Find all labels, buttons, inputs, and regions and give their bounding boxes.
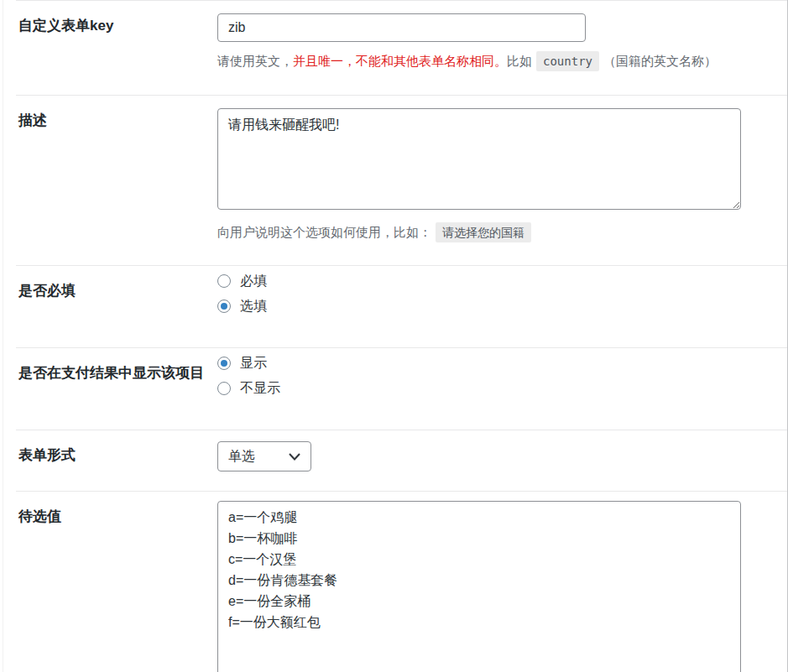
label-cell: 是否必填 xyxy=(16,266,217,347)
control-cell: 请用钱来砸醒我吧! 向用户说明这个选项如何使用，比如：请选择您的国籍 xyxy=(217,96,787,265)
radio-option-label: 显示 xyxy=(240,355,267,372)
field-description-desc: 向用户说明这个选项如何使用，比如：请选择您的国籍 xyxy=(217,221,787,243)
radio-option-optional[interactable]: 选填 xyxy=(217,294,787,319)
form-row-required: 是否必填 必填 选填 xyxy=(16,265,787,347)
form-row-key: 自定义表单key 请使用英文，并且唯一，不能和其他表单名称相同。比如countr… xyxy=(16,0,787,95)
radio-option-label: 不显示 xyxy=(240,380,280,398)
description-textarea[interactable]: 请用钱来砸醒我吧! xyxy=(217,108,741,210)
field-label-required: 是否必填 xyxy=(18,283,76,299)
field-label-description: 描述 xyxy=(18,112,47,128)
help-text-suffix: （国籍的英文名称） xyxy=(603,54,717,68)
select-value: 单选 xyxy=(228,448,289,466)
label-cell: 描述 xyxy=(16,96,217,265)
control-cell: 单选 xyxy=(217,430,787,491)
control-cell: 请使用英文，并且唯一，不能和其他表单名称相同。比如country（国籍的英文名称… xyxy=(217,1,787,95)
label-cell: 待选值 xyxy=(16,492,217,672)
help-text-prefix: 请使用英文， xyxy=(217,54,293,68)
custom-form-settings-panel: 自定义表单key 请使用英文，并且唯一，不能和其他表单名称相同。比如countr… xyxy=(3,0,788,672)
radio-option-label: 选填 xyxy=(240,298,267,315)
form-row-option-values: 待选值 a=一个鸡腿 b=一杯咖啡 c=一个汉堡 d=一份肯德基套餐 e=一份全… xyxy=(16,491,787,672)
help-text-mid: 比如 xyxy=(507,54,532,68)
label-cell: 自定义表单key xyxy=(16,1,217,95)
help-text-warning: 并且唯一，不能和其他表单名称相同。 xyxy=(293,54,507,68)
form-key-input[interactable] xyxy=(217,13,586,42)
help-text-prefix: 向用户说明这个选项如何使用，比如： xyxy=(217,225,431,239)
field-description-key: 请使用英文，并且唯一，不能和其他表单名称相同。比如country（国籍的英文名称… xyxy=(217,50,787,72)
radio-icon[interactable] xyxy=(217,300,231,313)
inline-code-example: 请选择您的国籍 xyxy=(436,222,531,242)
inline-code-country: country xyxy=(536,51,599,71)
radio-icon[interactable] xyxy=(217,382,231,395)
form-row-show-in-result: 是否在支付结果中显示该项目 显示 不显示 xyxy=(16,347,787,430)
radio-option-hide[interactable]: 不显示 xyxy=(217,376,787,401)
radio-icon[interactable] xyxy=(217,274,231,288)
form-row-form-type: 表单形式 单选 xyxy=(16,430,787,491)
form-row-description: 描述 请用钱来砸醒我吧! 向用户说明这个选项如何使用，比如：请选择您的国籍 xyxy=(16,95,787,265)
chevron-down-icon xyxy=(289,453,300,461)
label-cell: 是否在支付结果中显示该项目 xyxy=(16,348,217,430)
form-type-select[interactable]: 单选 xyxy=(217,441,311,471)
radio-option-required[interactable]: 必填 xyxy=(217,268,787,294)
show-in-result-radio-group: 显示 不显示 xyxy=(217,348,787,430)
radio-option-label: 必填 xyxy=(240,273,267,290)
radio-option-show[interactable]: 显示 xyxy=(217,351,787,376)
field-label-key: 自定义表单key xyxy=(18,18,113,34)
label-cell: 表单形式 xyxy=(16,430,217,491)
required-radio-group: 必填 选填 xyxy=(217,266,787,347)
field-label-option-values: 待选值 xyxy=(18,508,61,524)
control-cell: a=一个鸡腿 b=一杯咖啡 c=一个汉堡 d=一份肯德基套餐 e=一份全家桶 f… xyxy=(217,492,787,672)
field-label-show-in-result: 是否在支付结果中显示该项目 xyxy=(18,365,204,381)
options-textarea[interactable]: a=一个鸡腿 b=一杯咖啡 c=一个汉堡 d=一份肯德基套餐 e=一份全家桶 f… xyxy=(217,501,741,672)
radio-icon[interactable] xyxy=(217,357,231,370)
field-label-form-type: 表单形式 xyxy=(18,447,76,463)
